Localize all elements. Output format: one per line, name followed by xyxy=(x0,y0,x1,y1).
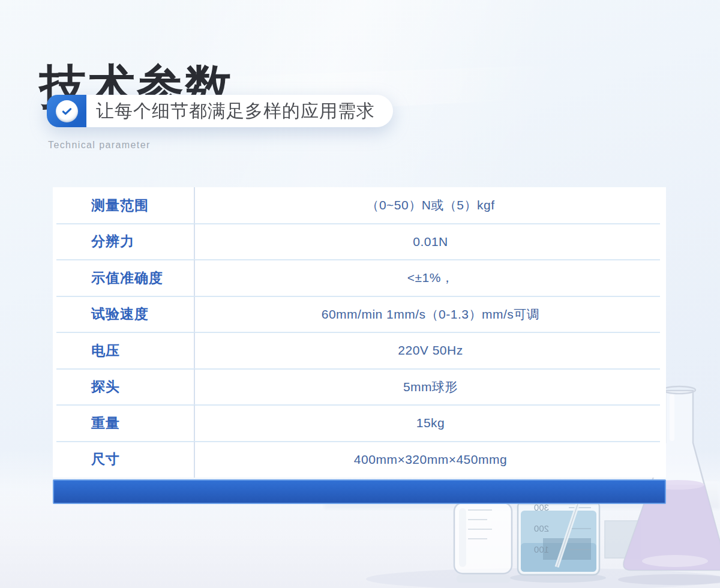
accent-bar xyxy=(53,479,666,504)
checkmark-icon xyxy=(61,105,73,118)
feature-badge: 让每个细节都满足多样的应用需求 xyxy=(47,95,393,127)
beaker-scale-label: 200 xyxy=(534,523,549,533)
table-row: 示值准确度 <±1%， xyxy=(53,260,666,296)
spec-value: 0.01N xyxy=(195,224,666,260)
flask-reflection xyxy=(618,574,720,585)
graduated-cylinder-icon xyxy=(454,503,512,583)
table-row: 重量 15kg xyxy=(53,405,666,442)
spec-table: 测量范围 （0~50）N或（5）kgf 分辨力 0.01N 示值准确度 <±1%… xyxy=(53,187,666,478)
badge-accent-square xyxy=(47,95,86,127)
table-row: 分辨力 0.01N xyxy=(53,224,666,260)
spec-label: 重量 xyxy=(53,405,195,442)
spec-label: 测量范围 xyxy=(53,187,195,224)
spec-value: （0~50）N或（5）kgf xyxy=(195,187,666,224)
check-circle-icon xyxy=(56,100,78,122)
spec-label: 尺寸 xyxy=(53,442,195,478)
glass-block xyxy=(605,521,641,558)
spec-label: 试验速度 xyxy=(53,296,195,333)
table-row: 电压 220V 50Hz xyxy=(53,332,666,369)
spec-value: 220V 50Hz xyxy=(195,332,666,369)
spec-label: 分辨力 xyxy=(53,224,195,260)
beaker-reflection xyxy=(510,573,606,583)
beaker-scale-label: 100 xyxy=(534,544,549,554)
spec-label: 探头 xyxy=(53,369,195,406)
table-row: 探头 5mm球形 xyxy=(53,369,666,406)
floor-sheen xyxy=(366,568,720,588)
spec-value: 60mm/min 1mm/s（0-1.3）mm/s可调 xyxy=(195,296,666,333)
badge-text: 让每个细节都满足多样的应用需求 xyxy=(86,95,393,127)
table-row: 尺寸 400mm×320mm×450mmg xyxy=(53,442,666,478)
spec-label: 示值准确度 xyxy=(53,260,195,296)
spec-value: <±1%， xyxy=(195,260,666,296)
table-row: 测量范围 （0~50）N或（5）kgf xyxy=(53,187,666,224)
spec-value: 400mm×320mm×450mmg xyxy=(195,442,666,478)
spec-value: 5mm球形 xyxy=(195,369,666,406)
table-row: 试验速度 60mm/min 1mm/s（0-1.3）mm/s可调 xyxy=(53,296,666,333)
spec-value: 15kg xyxy=(195,405,666,442)
subtitle-en: Technical parameter xyxy=(48,140,151,151)
spec-label: 电压 xyxy=(53,332,195,369)
